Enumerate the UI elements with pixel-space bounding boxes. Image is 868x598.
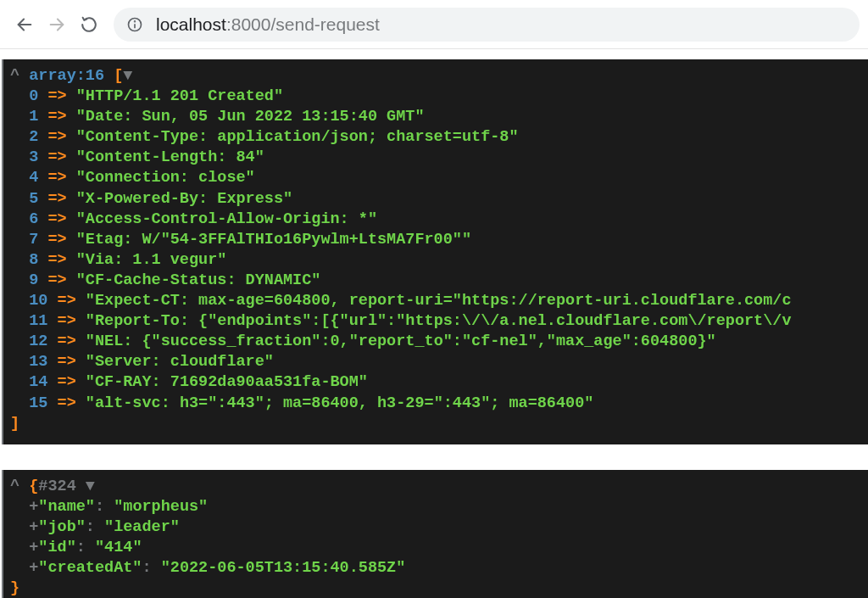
array-index: 7 bbox=[29, 230, 38, 250]
array-row: 3 => "Content-Length: 84" bbox=[10, 148, 861, 168]
arrow: => bbox=[58, 312, 76, 330]
array-row: 9 => "CF-Cache-Status: DYNAMIC" bbox=[10, 271, 861, 291]
visibility-marker: + bbox=[29, 498, 38, 516]
arrow: => bbox=[47, 251, 66, 269]
property-value: "leader" bbox=[104, 518, 180, 536]
back-button[interactable] bbox=[8, 8, 41, 41]
arrow: => bbox=[47, 271, 66, 289]
arrow: => bbox=[58, 373, 76, 391]
object-id: #324 bbox=[38, 478, 86, 495]
array-index: 14 bbox=[29, 372, 47, 393]
svg-point-4 bbox=[135, 20, 136, 21]
array-index: 10 bbox=[29, 291, 47, 311]
array-row: 14 => "CF-RAY: 71692da90aa531fa-BOM" bbox=[10, 372, 861, 393]
arrow: => bbox=[47, 210, 66, 228]
reload-icon bbox=[80, 15, 98, 34]
url-host: localhost bbox=[156, 14, 226, 35]
arrow: => bbox=[47, 128, 66, 146]
array-value: "Via: 1.1 vegur" bbox=[76, 251, 227, 269]
browser-toolbar: localhost:8000/send-request bbox=[0, 0, 868, 49]
dump-header: ^ array:16 [▼ bbox=[10, 66, 861, 87]
property-key: "id" bbox=[38, 539, 75, 556]
url-path: /send-request bbox=[270, 14, 379, 35]
reload-button[interactable] bbox=[73, 8, 105, 41]
object-property: +"name": "morpheus" bbox=[10, 497, 861, 517]
array-row: 5 => "X-Powered-By: Express" bbox=[10, 189, 861, 210]
array-row: 0 => "HTTP/1.1 201 Created" bbox=[10, 87, 861, 107]
array-row: 11 => "Report-To: {"endpoints":[{"url":"… bbox=[10, 311, 861, 332]
array-index: 11 bbox=[29, 311, 47, 332]
caret-icon: ^ bbox=[10, 478, 19, 495]
colon: : bbox=[142, 559, 160, 577]
forward-button[interactable] bbox=[41, 8, 73, 41]
array-value: "CF-RAY: 71692da90aa531fa-BOM" bbox=[86, 373, 368, 391]
array-index: 5 bbox=[29, 189, 38, 210]
array-value: "Content-Type: application/json; charset… bbox=[76, 128, 519, 146]
arrow: => bbox=[47, 108, 66, 126]
object-property: +"job": "leader" bbox=[10, 517, 861, 538]
object-property: +"createdAt": "2022-06-05T13:15:40.585Z" bbox=[10, 558, 861, 578]
array-value: "Report-To: {"endpoints":[{"url":"https:… bbox=[86, 312, 792, 330]
array-value: "Server: cloudflare" bbox=[86, 353, 274, 371]
object-property: +"id": "414" bbox=[10, 538, 861, 558]
array-row: 2 => "Content-Type: application/json; ch… bbox=[10, 127, 861, 148]
array-value: "X-Powered-By: Express" bbox=[76, 190, 292, 208]
array-value: "Etag: W/"54-3FFAlTHIo16Pywlm+LtsMA7Fr00… bbox=[76, 231, 471, 249]
array-row: 8 => "Via: 1.1 vegur" bbox=[10, 250, 861, 271]
arrow: => bbox=[47, 169, 66, 187]
array-index: 2 bbox=[29, 127, 38, 148]
arrow: => bbox=[58, 353, 76, 371]
colon: : bbox=[86, 518, 104, 536]
array-index: 12 bbox=[29, 332, 47, 352]
property-key: "job" bbox=[38, 518, 86, 536]
open-brace: { bbox=[29, 478, 38, 495]
array-index: 9 bbox=[29, 271, 38, 291]
property-value: "2022-06-05T13:15:40.585Z" bbox=[161, 559, 406, 577]
address-bar[interactable]: localhost:8000/send-request bbox=[114, 8, 860, 42]
array-row: 6 => "Access-Control-Allow-Origin: *" bbox=[10, 210, 861, 230]
var-dump-array: ^ array:16 [▼ 0 => "HTTP/1.1 201 Created… bbox=[2, 59, 868, 444]
array-value: "CF-Cache-Status: DYNAMIC" bbox=[76, 271, 321, 289]
close-bracket: ] bbox=[10, 415, 19, 433]
visibility-marker: + bbox=[29, 518, 38, 536]
site-info-icon[interactable] bbox=[125, 15, 144, 34]
array-row: 12 => "NEL: {"success_fraction":0,"repor… bbox=[10, 332, 861, 352]
array-index: 4 bbox=[29, 168, 38, 188]
array-row: 7 => "Etag: W/"54-3FFAlTHIo16Pywlm+LtsMA… bbox=[10, 230, 861, 250]
arrow: => bbox=[47, 231, 66, 249]
array-value: "Date: Sun, 05 Jun 2022 13:15:40 GMT" bbox=[76, 108, 425, 126]
property-key: "name" bbox=[38, 498, 95, 516]
array-value: "Connection: close" bbox=[76, 169, 255, 187]
collapse-toggle-icon[interactable]: ▼ bbox=[123, 67, 132, 85]
collapse-toggle-icon[interactable]: ▼ bbox=[86, 478, 95, 495]
close-brace: } bbox=[10, 579, 19, 597]
array-index: 15 bbox=[29, 394, 47, 414]
array-value: "Content-Length: 84" bbox=[76, 148, 264, 166]
caret-icon: ^ bbox=[10, 67, 19, 85]
arrow: => bbox=[58, 333, 76, 350]
arrow: => bbox=[58, 394, 76, 412]
array-index: 0 bbox=[29, 87, 38, 107]
arrow: => bbox=[58, 292, 76, 310]
array-row: 1 => "Date: Sun, 05 Jun 2022 13:15:40 GM… bbox=[10, 107, 861, 127]
arrow: => bbox=[47, 87, 66, 105]
array-row: 4 => "Connection: close" bbox=[10, 168, 861, 188]
visibility-marker: + bbox=[29, 559, 38, 577]
arrow: => bbox=[47, 190, 66, 208]
array-value: "alt-svc: h3=":443"; ma=86400, h3-29=":4… bbox=[86, 394, 594, 412]
property-value: "414" bbox=[95, 539, 142, 556]
array-index: 8 bbox=[29, 250, 38, 271]
array-value: "HTTP/1.1 201 Created" bbox=[76, 87, 283, 105]
property-key: "createdAt" bbox=[38, 559, 142, 577]
property-value: "morpheus" bbox=[114, 498, 208, 516]
array-value: "NEL: {"success_fraction":0,"report_to":… bbox=[86, 333, 716, 350]
dump-header: ^ {#324 ▼ bbox=[10, 477, 861, 497]
type-label: array:16 bbox=[29, 67, 104, 85]
array-index: 13 bbox=[29, 352, 47, 372]
array-value: "Expect-CT: max-age=604800, report-uri="… bbox=[86, 292, 792, 310]
var-dump-object: ^ {#324 ▼ +"name": "morpheus" +"job": "l… bbox=[2, 470, 868, 598]
array-index: 3 bbox=[29, 148, 38, 168]
array-row: 10 => "Expect-CT: max-age=604800, report… bbox=[10, 291, 861, 311]
arrow: => bbox=[47, 148, 66, 166]
array-index: 6 bbox=[29, 210, 38, 230]
